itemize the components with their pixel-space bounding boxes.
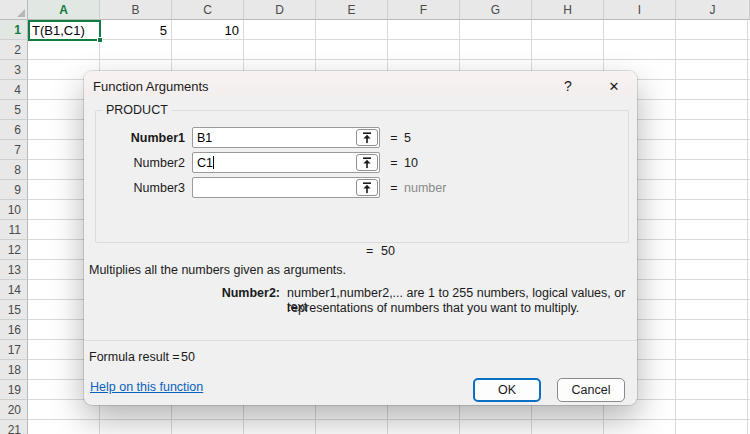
select-all-corner[interactable] [0, 0, 28, 20]
row-header-15[interactable]: 15 [0, 300, 28, 320]
column-header-G[interactable]: G [460, 0, 532, 20]
number1-input[interactable]: B1 [192, 127, 380, 148]
column-header-E[interactable]: E [316, 0, 388, 20]
column-header-I[interactable]: I [604, 0, 676, 20]
row-header-14[interactable]: 14 [0, 280, 28, 300]
cell-A1-selected[interactable]: T(B1,C1) [28, 20, 101, 41]
row-header-8[interactable]: 8 [0, 160, 28, 180]
row-header-13[interactable]: 13 [0, 260, 28, 280]
column-header-D[interactable]: D [244, 0, 316, 20]
row-header-4[interactable]: 4 [0, 80, 28, 100]
number3-collapse-dialog-button[interactable] [356, 179, 378, 196]
excel-window: ABCDEFGHIJ 12345678910111213141516171819… [0, 0, 750, 434]
number2-value: C1 [193, 156, 356, 170]
number2-label: Number2 [84, 152, 185, 173]
row-header-7[interactable]: 7 [0, 140, 28, 160]
argument-row-number2: Number2 C1 = 10 [84, 152, 637, 173]
formula-result-value: 50 [181, 350, 195, 364]
number2-collapse-dialog-button[interactable] [356, 154, 378, 171]
collapse-up-arrow-icon [362, 157, 372, 169]
column-header-H[interactable]: H [532, 0, 604, 20]
column-header-F[interactable]: F [388, 0, 460, 20]
result-value: 50 [381, 244, 395, 258]
number2-equals: = [387, 152, 401, 173]
column-header-A[interactable]: A [28, 0, 100, 20]
number2-result: 10 [404, 152, 418, 173]
result-equals: = [366, 244, 373, 258]
cell-A1-text: T(B1,C1) [32, 23, 85, 38]
row-header-2[interactable]: 2 [0, 40, 28, 60]
argument-row-number1: Number1 B1 = 5 [84, 127, 637, 148]
intermediate-result-line: = 50 [84, 244, 637, 264]
column-header-C[interactable]: C [172, 0, 244, 20]
column-header-J[interactable]: J [676, 0, 750, 20]
argument-row-number3: Number3 = number [84, 177, 637, 198]
cell-C1[interactable]: 10 [172, 20, 243, 40]
row-headers: 123456789101112131415161718192021 [0, 20, 28, 434]
row-header-17[interactable]: 17 [0, 340, 28, 360]
dialog-title: Function Arguments [84, 79, 209, 94]
column-header-B[interactable]: B [100, 0, 172, 20]
collapse-up-arrow-icon [362, 132, 372, 144]
row-header-19[interactable]: 19 [0, 380, 28, 400]
number2-input[interactable]: C1 [192, 152, 380, 173]
number3-result-placeholder: number [404, 177, 446, 198]
function-description: Multiplies all the numbers given as argu… [89, 263, 346, 277]
argument-help-text-line2: representations of numbers that you want… [287, 301, 632, 315]
row-header-18[interactable]: 18 [0, 360, 28, 380]
formula-result-label: Formula result = [89, 350, 180, 364]
row-header-6[interactable]: 6 [0, 120, 28, 140]
text-cursor [213, 156, 214, 169]
row-header-1[interactable]: 1 [0, 20, 28, 40]
dialog-separator [84, 340, 637, 341]
row-header-10[interactable]: 10 [0, 200, 28, 220]
formula-result-line: Formula result = 50 [89, 347, 180, 367]
number1-equals: = [387, 127, 401, 148]
column-headers: ABCDEFGHIJ [28, 0, 750, 20]
row-header-20[interactable]: 20 [0, 400, 28, 420]
number3-label: Number3 [84, 177, 185, 198]
ok-button[interactable]: OK [473, 378, 541, 402]
row-header-3[interactable]: 3 [0, 60, 28, 80]
row-header-16[interactable]: 16 [0, 320, 28, 340]
function-name-label: PRODUCT [102, 103, 172, 117]
dialog-help-button[interactable]: ? [552, 71, 584, 101]
number1-value: B1 [193, 131, 356, 145]
argument-help-label: Number2: [89, 286, 280, 300]
fill-handle[interactable] [97, 37, 103, 43]
row-header-9[interactable]: 9 [0, 180, 28, 200]
collapse-up-arrow-icon [362, 182, 372, 194]
function-arguments-dialog: Function Arguments ? ✕ PRODUCT Number1 B… [84, 71, 637, 405]
number3-equals: = [387, 177, 401, 198]
close-icon[interactable]: ✕ [598, 71, 630, 101]
help-on-this-function-link[interactable]: Help on this function [90, 380, 203, 394]
row-header-12[interactable]: 12 [0, 240, 28, 260]
row-header-21[interactable]: 21 [0, 420, 28, 434]
cancel-button[interactable]: Cancel [557, 378, 625, 402]
number1-collapse-dialog-button[interactable] [356, 129, 378, 146]
number1-result: 5 [404, 127, 411, 148]
number1-label: Number1 [84, 127, 185, 148]
number3-input[interactable] [192, 177, 380, 198]
cell-B1[interactable]: 5 [100, 20, 171, 40]
row-header-5[interactable]: 5 [0, 100, 28, 120]
select-all-triangle-icon [17, 9, 25, 17]
row-header-11[interactable]: 11 [0, 220, 28, 240]
